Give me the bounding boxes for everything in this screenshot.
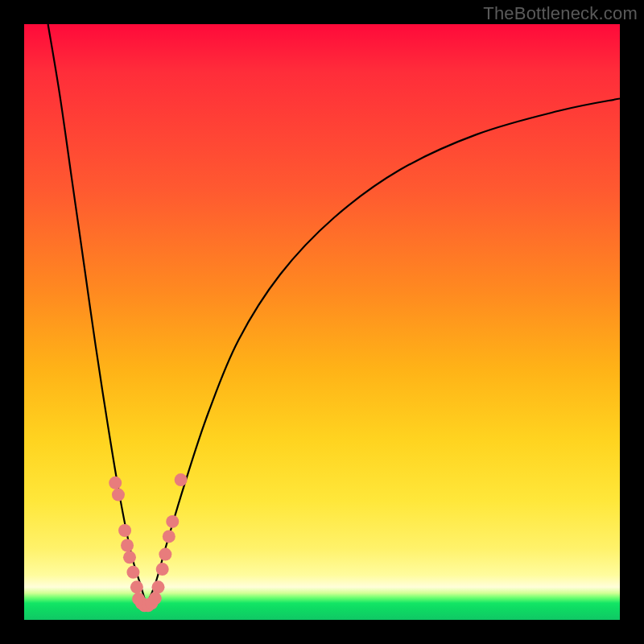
- data-point: [112, 489, 125, 502]
- data-point: [166, 515, 179, 528]
- points-group: [109, 473, 187, 612]
- chart-svg: [24, 24, 620, 620]
- data-point: [152, 580, 165, 593]
- data-point: [130, 580, 143, 593]
- plot-area: [24, 24, 620, 620]
- data-point: [163, 530, 175, 543]
- curve-group: [48, 24, 620, 605]
- right-branch-curve: [147, 99, 620, 605]
- outer-frame: TheBottleneck.com: [0, 0, 644, 644]
- data-point: [123, 551, 136, 564]
- left-branch-curve: [48, 24, 147, 605]
- data-point: [126, 566, 139, 579]
- data-point: [121, 539, 134, 552]
- data-point: [159, 548, 171, 561]
- data-point: [109, 477, 122, 489]
- data-point: [118, 524, 131, 537]
- data-point: [149, 592, 162, 605]
- watermark-text: TheBottleneck.com: [483, 3, 638, 24]
- data-point: [156, 563, 169, 576]
- data-point: [175, 473, 188, 486]
